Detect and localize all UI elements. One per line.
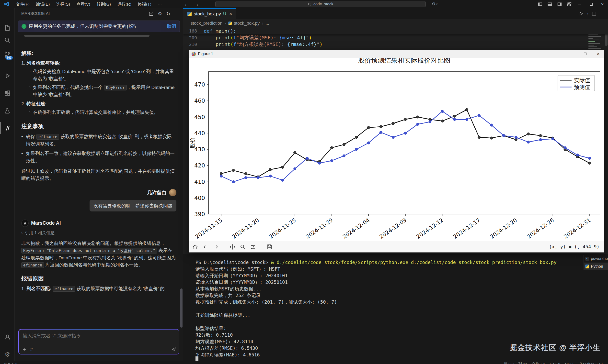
tab-close-icon[interactable]: ×	[229, 11, 232, 17]
menu-item[interactable]: 编辑(E)	[33, 0, 53, 8]
commands-sparkle-icon[interactable]	[22, 347, 27, 351]
status-item[interactable]: {} Python 3.12	[580, 362, 603, 364]
sidebar-item-marscode[interactable]	[0, 122, 15, 134]
run-python-file-icon[interactable]	[578, 11, 583, 16]
window-minimize-button[interactable]	[574, 0, 585, 8]
success-check-icon: ✓	[22, 24, 27, 29]
history-back-icon[interactable]: ←	[184, 1, 189, 7]
subplots-config-icon[interactable]	[250, 244, 256, 250]
explain-heading: 解释:	[21, 49, 176, 57]
figure-canvas: 股价预测结果和实际股价对比图39040041042043044045046047…	[189, 58, 604, 242]
svg-text:预测值: 预测值	[574, 84, 590, 90]
split-editor-icon[interactable]	[592, 11, 596, 16]
context-hash-icon[interactable]: #	[30, 347, 33, 352]
menu-item[interactable]: 选择(S)	[53, 0, 73, 8]
python-icon	[585, 264, 589, 268]
status-item[interactable]: 行 237，列 44	[504, 362, 527, 364]
notes-heading: 注意事项	[21, 122, 176, 131]
search-box[interactable]: code_stock	[215, 1, 426, 7]
pan-icon[interactable]	[229, 244, 236, 250]
search-value: code_stock	[313, 2, 333, 6]
tab-stock-box[interactable]: stock_box.py U ×	[183, 8, 236, 19]
toggle-sidebar-icon[interactable]	[535, 0, 545, 8]
activity-bar: 863 ⚙	[0, 8, 15, 361]
history-icon[interactable]: ↻	[166, 11, 170, 17]
sidebar-item-search[interactable]	[0, 34, 15, 46]
python-file-icon	[187, 12, 191, 16]
breadcrumb[interactable]: stock_prediction› stock_box.py› ...	[183, 19, 608, 27]
figure-window-title: Figure 1	[198, 52, 564, 56]
zoom-icon[interactable]	[240, 244, 246, 250]
figure-close-button[interactable]: ×	[593, 50, 604, 58]
settings-gear-icon[interactable]: ⚙	[0, 349, 15, 360]
sidebar-item-explorer[interactable]	[0, 22, 15, 34]
status-bar: ⊗ 0 ⚠ 0 行 237，列 44空格：4UTF-8CRLF{} Python…	[0, 361, 608, 364]
layout-settings-icon[interactable]: ⚙˅	[432, 1, 438, 7]
sidebar-item-run-debug[interactable]	[0, 70, 15, 82]
figure-minimize-button[interactable]	[566, 50, 577, 58]
inline-code: KeyError: "DataFrame does not contain a …	[21, 248, 157, 254]
status-problems[interactable]: ⊗ 0 ⚠ 0	[4, 362, 17, 364]
sidebar-item-source-control[interactable]: 863	[0, 48, 15, 60]
forward-icon[interactable]	[213, 244, 219, 250]
sidebar-scrollbar[interactable]	[180, 288, 183, 328]
horizontal-scrollbar[interactable]	[24, 35, 149, 37]
status-item[interactable]: UTF-8	[550, 362, 560, 364]
svg-text:470: 470	[194, 81, 205, 88]
menu-item[interactable]: 文件(F)	[13, 0, 33, 8]
sidebar-item-testing[interactable]	[0, 105, 15, 117]
chat-input[interactable]	[19, 329, 179, 342]
cancel-button[interactable]: 取消	[167, 23, 176, 30]
toggle-panel-icon[interactable]	[545, 0, 555, 8]
back-icon[interactable]	[202, 244, 209, 250]
run-dropdown-icon[interactable]: ˅	[587, 12, 588, 15]
titlebar-controls: ×	[535, 0, 608, 8]
menu-item[interactable]: 终端(T)	[135, 0, 155, 8]
terminal-line: 请输入开始日期（YYYYMMDD）: 20240101	[195, 272, 579, 279]
marscode-icon	[4, 125, 11, 131]
menu-item[interactable]: 查看(V)	[73, 0, 94, 8]
svg-text:460: 460	[194, 98, 205, 104]
window-maximize-button[interactable]	[585, 0, 597, 8]
apply-change-notice: ✓ 应用变更的任务已完成，但未识别到需要变更的代码 取消	[18, 21, 180, 32]
history-forward-icon[interactable]: →	[194, 1, 199, 7]
terminal-line: 从本地加载MSFT的历史数据...	[195, 286, 579, 292]
notice-text: 应用变更的任务已完成，但未识别到需要变更的代码	[29, 23, 164, 30]
more-actions-icon[interactable]: ···	[175, 11, 179, 16]
save-icon[interactable]	[266, 244, 273, 250]
account-icon[interactable]	[0, 331, 15, 343]
terminal-instance-powershell[interactable]: >_powershell	[584, 255, 608, 262]
terminal-line: 数据预处理完成，训练集大小: (201, 7)，测试集大小: (50, 7)	[195, 299, 579, 305]
new-chat-icon[interactable]	[149, 12, 153, 16]
chat-settings-icon[interactable]: ⚙	[158, 11, 162, 17]
svg-text:430: 430	[194, 146, 205, 153]
figure-window[interactable]: Figure 1 × 股价预测结果和实际股价对比图390400410420430…	[189, 50, 604, 253]
send-icon[interactable]	[171, 347, 176, 352]
status-left[interactable]: ⊗ 0 ⚠ 0	[0, 362, 17, 364]
svg-text:400: 400	[194, 195, 205, 201]
menu-item[interactable]: ···	[155, 0, 165, 8]
customize-layout-icon[interactable]	[565, 0, 574, 8]
menu-item[interactable]: 转到(G)	[94, 0, 114, 8]
terminal-line	[195, 319, 579, 325]
toggle-secondary-sidebar-icon[interactable]	[555, 0, 565, 8]
error-heading: 报错原因	[21, 274, 176, 283]
window-close-button[interactable]: ×	[597, 0, 608, 8]
title-bar: 文件(F)编辑(E)选择(S)查看(V)转到(G)运行(R)终端(T)··· ←…	[0, 0, 608, 8]
status-right[interactable]: 行 237，列 44空格：4UTF-8CRLF{} Python 3.12	[504, 362, 608, 364]
home-icon[interactable]	[192, 244, 198, 250]
editor-more-icon[interactable]: ···	[600, 11, 605, 16]
marscode-avatar	[21, 220, 29, 227]
matplotlib-icon	[191, 52, 196, 56]
status-item[interactable]: CRLF	[565, 362, 575, 364]
figure-maximize-button[interactable]	[579, 50, 591, 58]
files-icon	[4, 25, 11, 31]
flask-icon	[4, 108, 11, 114]
terminal-instance-python[interactable]: Python	[584, 262, 608, 270]
user-message-bubble: 没有需要修改的呀，希望你去解决问题	[90, 200, 176, 211]
sidebar-item-extensions[interactable]	[0, 88, 15, 99]
status-item[interactable]: 空格：4	[532, 362, 545, 364]
figure-toolbar: (x, y) = (, 454.9)	[189, 241, 604, 252]
reference-toggle[interactable]: › 引用 1 相关信息	[21, 230, 176, 236]
menu-item[interactable]: 运行(R)	[114, 0, 135, 8]
